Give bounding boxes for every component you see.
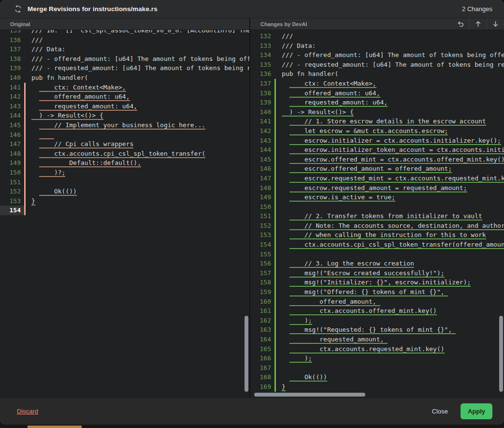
line-number: 135 [250,60,274,70]
code-line[interactable]: 154 [0,206,249,215]
code-line[interactable]: 160 offered_amount, [250,297,504,307]
line-code: // Note: The accounts source, destinatio… [279,221,504,231]
line-code: pub fn handler( [279,69,338,79]
code-line[interactable]: 153} [0,196,249,206]
line-number: 154 [0,206,24,215]
code-line[interactable]: 164 requested_amount, [250,335,504,344]
devai-code-area[interactable]: 132///133/// Data:134/// - offered_amoun… [250,30,504,398]
code-line[interactable]: 133/// Data: [250,41,504,51]
diff-change-marker [274,382,276,392]
dialog-footer: Discard Close Apply [0,398,504,425]
code-line[interactable]: 138 offered_amount: u64, [250,89,504,98]
code-line[interactable]: 169} [250,382,504,392]
code-line[interactable]: 165 ctx.accounts.requested_mint.key() [250,344,504,354]
code-line[interactable]: 136pub fn handler( [250,69,504,79]
code-line[interactable]: 156 // 3. Log the escrow creation [250,259,504,268]
original-code-area[interactable]: 135/// 16. [] csl_spl_assoc_token_v0_0_0… [0,30,249,398]
code-line[interactable]: 150 [250,202,504,212]
code-line[interactable]: 139 requested_amount: u64, [250,98,504,107]
code-line[interactable]: 141 ctx: Context<Make>, [0,83,249,92]
line-number: 143 [250,136,274,146]
code-line[interactable]: 134/// - offered_amount: [u64] The amoun… [250,50,504,60]
diff-change-marker [274,183,276,193]
code-line[interactable]: 145 escrow.offered_mint = ctx.accounts.o… [250,155,504,164]
code-line[interactable]: 168 Ok(()) [250,372,504,382]
code-line[interactable]: 144 ) -> Result<()> { [0,111,249,120]
code-line[interactable]: 151 [0,177,249,187]
code-line[interactable]: 154 ctx.accounts.cpi_csl_spl_token_trans… [250,240,504,250]
code-line[interactable]: 135/// - requested_amount: [u64] The amo… [250,60,504,70]
code-line[interactable]: 146 escrow.offered_amount = offered_amou… [250,164,504,174]
diff-change-marker [274,60,276,70]
code-line[interactable]: 155 [250,250,504,259]
code-line[interactable]: 138/// - offered_amount: [u64] The amoun… [0,54,249,64]
line-code: /// - requested_amount: [u64] The amount… [29,63,249,73]
devai-horizontal-scrollbar[interactable] [254,393,365,397]
code-line[interactable]: 152 Ok(()) [0,187,249,196]
discard-button[interactable]: Discard [17,408,38,415]
code-line[interactable]: 152 // Note: The accounts source, destin… [250,221,504,231]
code-line[interactable]: 162 ); [250,316,504,325]
line-code: ) -> Result<()> { [29,111,103,120]
code-line[interactable]: 144 escrow.initializer_token_account = c… [250,145,504,155]
code-line[interactable]: 166 ); [250,354,504,363]
line-code: escrow.offered_amount = offered_amount; [279,164,452,174]
code-line[interactable]: 132/// [250,31,504,41]
apply-button[interactable]: Apply [461,403,492,419]
code-line[interactable]: 147 escrow.requested_mint = ctx.accounts… [250,174,504,183]
devai-panel-label: Changes by DevAI [260,21,307,27]
diff-change-marker [24,111,26,120]
diff-change-marker [24,44,26,54]
next-change-button[interactable] [487,18,504,30]
diff-change-marker [24,158,26,168]
code-line[interactable]: 146 [0,130,249,140]
code-line[interactable]: 153 // when calling the instruction for … [250,230,504,240]
code-line[interactable]: 135/// 16. [] csl_spl_assoc_token_v0_0_0… [0,30,249,35]
code-line[interactable]: 141 // 1. Store escrow details in the es… [250,117,504,126]
close-button[interactable]: Close [432,408,448,415]
undo-icon [457,20,464,28]
code-line[interactable]: 163 msg!("Requested: {} tokens of mint {… [250,325,504,335]
code-line[interactable]: 148 escrow.requested_amount = requested_… [250,183,504,193]
line-code: offered_amount: u64, [29,92,130,102]
code-line[interactable]: 159 msg!("Offered: {} tokens of mint {}"… [250,287,504,297]
diff-change-marker [24,63,26,73]
code-line[interactable]: 150 )?; [0,168,249,177]
code-line[interactable]: 151 // 2. Transfer tokens from initializ… [250,211,504,221]
original-vertical-scrollbar[interactable] [245,316,248,392]
devai-vertical-scrollbar[interactable] [499,316,503,392]
code-line[interactable]: 157 msg!("Escrow created successfully!")… [250,268,504,278]
line-number: 165 [250,344,274,354]
code-line[interactable]: 161 ctx.accounts.offered_mint.key() [250,306,504,316]
code-line[interactable]: 149 Default::default(), [0,158,249,168]
code-line[interactable]: 142 offered_amount: u64, [0,92,249,102]
code-line[interactable]: 140 ) -> Result<()> { [250,107,504,117]
line-number: 134 [250,50,274,60]
code-line[interactable]: 137 ctx: Context<Make>, [250,79,504,89]
arrow-down-icon [492,20,499,28]
code-line[interactable]: 143 requested_amount: u64, [0,102,249,111]
diff-change-marker [274,268,276,278]
code-line[interactable]: 139/// - requested_amount: [u64] The amo… [0,63,249,73]
code-line[interactable]: 149 escrow.is_active = true; [250,192,504,202]
line-code: msg!("Escrow created successfully!"); [279,268,445,278]
diff-change-marker [274,192,276,202]
line-code: requested_amount, [279,335,388,344]
previous-change-button[interactable] [469,18,487,30]
code-line[interactable]: 167 [250,363,504,373]
original-panel-header: Original [0,18,249,30]
code-line[interactable]: 145 // Implement your business logic her… [0,120,249,130]
code-line[interactable]: 148 ctx.accounts.cpi_csl_spl_token_trans… [0,149,249,159]
code-line[interactable]: 137/// Data: [0,44,249,54]
code-line[interactable]: 158 msg!("Initializer: {}", escrow.initi… [250,278,504,287]
diff-change-marker [24,102,26,111]
code-line[interactable]: 136/// [0,35,249,45]
line-number: 168 [250,372,274,382]
undo-button[interactable] [452,18,469,30]
code-line[interactable]: 147 // Cpi calls wrappers [0,139,249,149]
code-line[interactable]: 143 escrow.initializer = ctx.accounts.in… [250,136,504,146]
diff-change-marker [24,83,26,92]
code-line[interactable]: 142 let escrow = &mut ctx.accounts.escro… [250,126,504,136]
line-code: msg!("Offered: {} tokens of mint {}", [279,287,448,297]
code-line[interactable]: 140pub fn handler( [0,73,249,83]
